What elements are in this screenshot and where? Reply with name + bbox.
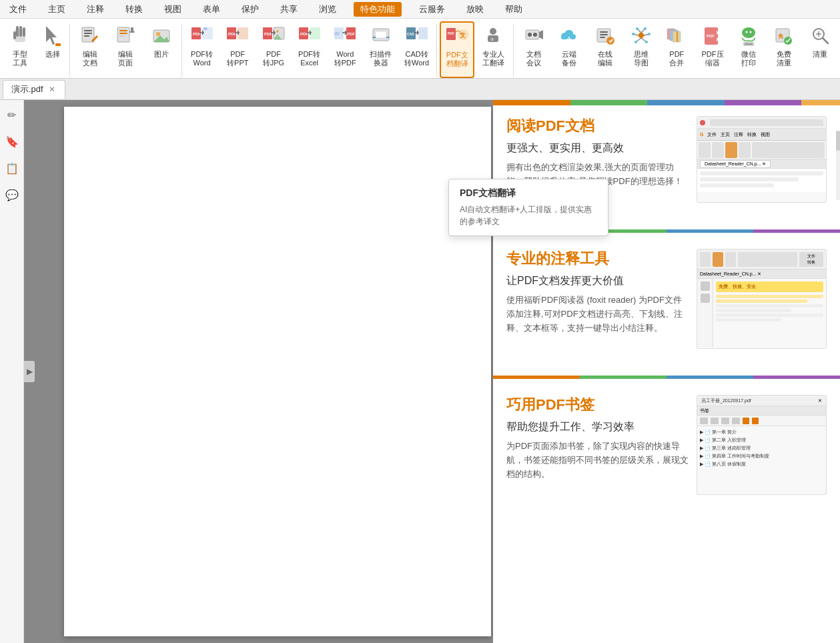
mock-ann-line-1 [716,295,823,298]
tab-demo-pdf[interactable]: 演示.pdf ✕ [3,80,65,99]
mock-menu-convert: 转换 [747,131,757,138]
pdf-to-ppt-button[interactable]: PDF PDF转PPT [220,21,255,78]
cloud-backup-button[interactable]: 云端备份 [552,21,586,78]
zoom-check-button[interactable]: 清重 [803,21,837,78]
mock-bm-ch5: 第八页 休假制度 [712,461,746,468]
svg-text:PDF: PDF [347,32,355,36]
mock-tab-label-1: Datasheet_Reader_CN.p... ✕ [700,160,771,168]
online-edit-button[interactable]: 在线编辑 [588,21,622,78]
svg-rect-9 [84,33,92,34]
pdf-merge-label: PDF合并 [669,50,684,67]
pdf-to-excel-button[interactable]: PDF PDF转Excel [292,21,327,78]
mock-highlight-label: 免费、快速、安全 [716,281,823,292]
human-translate-button[interactable]: 译 专业人工翻译 [476,21,510,78]
free-check-button[interactable]: 免 免费清重 [767,21,802,78]
svg-point-60 [606,37,614,45]
cad-to-word-button[interactable]: CAD CAD转转Word [400,21,434,78]
svg-point-82 [749,31,751,33]
mock-toolbar-ann: 文件转换 [697,249,826,269]
menu-protect[interactable]: 保护 [238,2,263,17]
hand-tool-button[interactable]: 手型工具 [3,21,37,78]
svg-line-89 [823,38,828,43]
tab-demo-pdf-label: 演示.pdf [11,83,43,95]
svg-point-54 [528,33,532,37]
collapse-arrow[interactable]: ▶ [24,361,35,382]
meeting-button[interactable]: 文档会议 [516,21,551,78]
edit-page-label: 编辑页面 [118,50,133,67]
menu-browser[interactable]: 浏览 [315,2,340,17]
tab-close-button[interactable]: ✕ [47,85,57,94]
sidebar-comment-icon[interactable]: 💬 [3,185,21,204]
svg-text:PDF: PDF [707,34,715,38]
menu-cloud[interactable]: 云服务 [415,2,449,17]
scan-label: 扫描件换器 [370,50,392,67]
menu-home[interactable]: 主页 [44,2,69,17]
sidebar-bookmark-icon[interactable]: 🔖 [3,132,21,151]
mock-tool-1 [699,142,711,158]
svg-point-49 [490,28,496,35]
div2-bar-purple [753,376,840,379]
menu-special[interactable]: 特色功能 [354,2,402,17]
image-label: 图片 [154,50,169,59]
scan-button[interactable]: 扫描件换器 [364,21,398,78]
pdf-compress-button[interactable]: PDF PDF压缩器 [695,21,730,78]
svg-rect-12 [119,30,127,31]
pdf-to-jpg-button[interactable]: PDF PDF转JPG [256,21,291,78]
human-translate-icon: 译 [481,25,505,49]
menu-file[interactable]: 文件 [5,2,31,17]
edit-doc-icon [78,25,102,49]
div2-bar-blue [667,376,753,379]
color-bar-green [570,100,648,105]
main-area: ✏ 🔖 📋 💬 ▶ [0,100,840,643]
mock-tab-area [710,119,823,126]
edit-doc-button[interactable]: 编辑文档 [73,21,107,78]
tooltip-desc: AI自动文档翻译+人工排版，提供实惠的参考译文 [460,203,597,227]
edit-page-button[interactable]: 编辑页面 [108,21,143,78]
pdf-translate-button[interactable]: PDF 文 PDF文档翻译 [440,21,474,78]
cad-to-word-icon: CAD [405,25,429,49]
image-button[interactable]: 图片 [144,21,179,78]
color-bar-purple [725,100,802,105]
mock-ann-convert: 文件转换 [799,252,823,267]
scan-icon [369,25,393,49]
menu-share[interactable]: 共享 [276,2,302,17]
pdf-to-excel-label: PDF转Excel [298,50,320,67]
pdf-merge-button[interactable]: PDF合并 [660,21,695,78]
sidebar-edit-icon[interactable]: ✏ [3,105,21,124]
svg-rect-1 [16,26,19,37]
mindmap-button[interactable]: 思维导图 [624,21,659,78]
svg-rect-23 [202,27,213,39]
svg-point-61 [639,33,644,38]
wechat-print-icon [737,25,761,49]
menu-help[interactable]: 帮助 [501,2,526,17]
annotate-section: 文件转换 Datasheet_Reader_CN.p... ✕ [506,239,827,349]
wechat-print-button[interactable]: 微信打印 [731,21,766,78]
menu-table[interactable]: 表单 [199,2,224,17]
pdf-to-word-button[interactable]: PDF W PDF转Word [185,21,220,78]
meeting-label: 文档会议 [526,50,541,67]
mock-bm-doc-icon-3: 📄 [705,446,711,451]
mock-bm-expand-1: ▶ [700,430,703,435]
hand-tool-label: 手型工具 [13,50,27,67]
menu-convert[interactable]: 转换 [121,2,147,17]
menu-annotate[interactable]: 注释 [83,2,108,17]
mindmap-icon [629,25,653,49]
svg-point-73 [648,33,651,35]
sidebar-page-icon[interactable]: 📋 [3,159,21,177]
mock-tool-3 [725,142,737,158]
word-to-pdf-button[interactable]: W PDF Word转PDF [328,21,362,78]
online-edit-icon [593,25,617,49]
svg-marker-5 [46,26,57,45]
pdf-translate-label: PDF文档翻译 [446,51,468,68]
top-color-bar [493,100,840,105]
menu-view[interactable]: 视图 [160,2,185,17]
select-tool-button[interactable]: 选择 [39,21,67,78]
mock-tool-2 [712,142,724,158]
menu-playback[interactable]: 放映 [462,2,488,17]
mock-bm-ch1: 第一章 简介 [712,429,737,436]
mock-bm-icons [697,416,826,426]
div2-bar-orange [493,376,580,379]
pdf-compress-icon: PDF [701,25,725,49]
svg-marker-53 [539,30,543,39]
divider-bar-2 [493,376,840,379]
